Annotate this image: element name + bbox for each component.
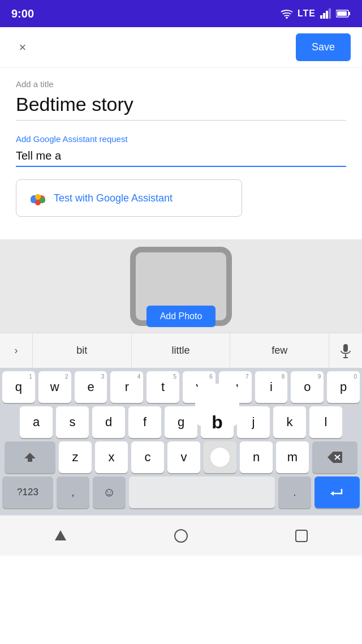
- save-button[interactable]: Save: [296, 33, 351, 61]
- svg-point-0: [286, 16, 288, 19]
- svg-rect-4: [329, 8, 331, 19]
- key-period[interactable]: .: [278, 476, 311, 508]
- recent-button[interactable]: [285, 519, 318, 553]
- key-x[interactable]: x: [95, 441, 128, 473]
- key-t[interactable]: 5t: [146, 371, 179, 403]
- suggestion-bit[interactable]: bit: [33, 333, 132, 368]
- expand-icon: ›: [15, 345, 18, 357]
- add-photo-button[interactable]: Add Photo: [146, 306, 216, 327]
- key-p[interactable]: 0p: [327, 371, 360, 403]
- svg-marker-18: [24, 453, 36, 462]
- suggestion-few[interactable]: few: [230, 333, 329, 368]
- status-icons: LTE: [281, 8, 351, 19]
- key-r[interactable]: 4r: [110, 371, 143, 403]
- keyboard-suggestions: › bit little few: [0, 333, 362, 368]
- ga-icon: [28, 188, 48, 208]
- photo-area: Add Photo: [0, 239, 362, 333]
- key-enter[interactable]: [314, 476, 360, 508]
- app-bar: × Save: [0, 27, 362, 68]
- ga-request-input[interactable]: [16, 149, 346, 167]
- key-space[interactable]: [129, 476, 275, 508]
- test-ga-label: Test with Google Assistant: [54, 192, 173, 204]
- close-button[interactable]: ×: [11, 36, 34, 59]
- keyboard-row-2: a s d f g b j k l: [2, 406, 360, 438]
- back-icon: [55, 530, 66, 542]
- key-c[interactable]: c: [131, 441, 164, 473]
- key-o[interactable]: 9o: [291, 371, 324, 403]
- keyboard: 1q 2w 3e 4r 5t 6y 7u 8i 9o 0p a s d f g …: [0, 368, 362, 515]
- key-a[interactable]: a: [20, 406, 53, 438]
- key-i[interactable]: 8i: [255, 371, 288, 403]
- expand-suggestions-button[interactable]: ›: [0, 333, 33, 368]
- key-f[interactable]: f: [128, 406, 161, 438]
- close-icon: ×: [19, 40, 27, 55]
- home-button[interactable]: [164, 519, 198, 553]
- key-z[interactable]: z: [59, 441, 92, 473]
- mic-icon: [339, 343, 352, 359]
- signal-icon: [320, 8, 331, 19]
- key-l[interactable]: l: [309, 406, 342, 438]
- key-q[interactable]: 1q: [2, 371, 35, 403]
- key-y[interactable]: 6y: [183, 371, 216, 403]
- svg-rect-6: [337, 11, 347, 16]
- key-s[interactable]: s: [56, 406, 89, 438]
- svg-rect-24: [296, 530, 307, 542]
- svg-marker-21: [330, 491, 334, 496]
- svg-rect-7: [348, 12, 350, 15]
- svg-marker-22: [55, 530, 66, 540]
- home-icon: [174, 529, 188, 543]
- svg-rect-3: [326, 11, 328, 19]
- battery-icon: [336, 9, 351, 18]
- key-delete[interactable]: [312, 441, 357, 473]
- key-n[interactable]: n: [240, 441, 273, 473]
- back-button[interactable]: [44, 519, 77, 553]
- key-symbols[interactable]: ?123: [2, 476, 53, 508]
- keyboard-row-1: 1q 2w 3e 4r 5t 6y 7u 8i 9o 0p: [2, 371, 360, 403]
- key-d[interactable]: d: [92, 406, 125, 438]
- svg-point-23: [175, 530, 187, 542]
- svg-rect-2: [323, 13, 325, 19]
- status-bar: 9:00 LTE: [0, 0, 362, 27]
- recent-icon: [295, 530, 308, 542]
- test-with-ga-button[interactable]: Test with Google Assistant: [16, 179, 242, 217]
- key-v[interactable]: v: [167, 441, 200, 473]
- status-time: 9:00: [11, 7, 34, 20]
- key-emoji[interactable]: ☺: [93, 476, 126, 508]
- key-k[interactable]: k: [273, 406, 306, 438]
- key-e[interactable]: 3e: [75, 371, 107, 403]
- key-m[interactable]: m: [276, 441, 309, 473]
- key-u[interactable]: 7u: [219, 371, 252, 403]
- suggestion-little[interactable]: little: [132, 333, 231, 368]
- key-g[interactable]: g: [165, 406, 197, 438]
- content-area: Add a title Add Google Assistant request…: [0, 68, 362, 239]
- keyboard-row-3: z x c v n m: [2, 441, 360, 473]
- title-input[interactable]: [16, 93, 346, 121]
- svg-point-12: [35, 194, 41, 200]
- mic-button[interactable]: [329, 333, 362, 368]
- key-j[interactable]: j: [237, 406, 270, 438]
- wifi-icon: [281, 8, 293, 19]
- key-shift[interactable]: [5, 441, 55, 473]
- key-b-placeholder[interactable]: [204, 441, 236, 473]
- keyboard-row-4: ?123 , ☺ .: [2, 476, 360, 508]
- nav-bar: [0, 515, 362, 556]
- key-w[interactable]: 2w: [38, 371, 71, 403]
- svg-rect-15: [343, 344, 348, 352]
- title-label: Add a title: [16, 79, 346, 89]
- key-b[interactable]: b: [201, 406, 234, 438]
- lte-label: LTE: [298, 8, 316, 19]
- ga-request-label: Add Google Assistant request: [16, 134, 346, 144]
- key-comma[interactable]: ,: [57, 476, 89, 508]
- svg-rect-1: [320, 15, 322, 19]
- svg-point-14: [35, 200, 41, 205]
